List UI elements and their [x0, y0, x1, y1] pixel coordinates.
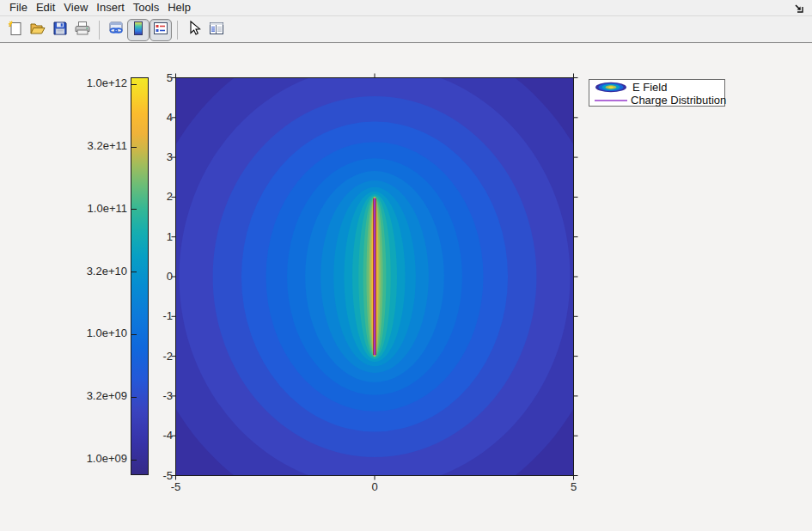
- contour-plot-axes[interactable]: [168, 70, 582, 484]
- legend-label: Charge Distribution: [631, 94, 726, 107]
- legend-entry-efield: E Field: [595, 81, 724, 94]
- legend-entry-charge: Charge Distribution: [595, 94, 724, 107]
- y-tick-label: 4: [150, 111, 173, 124]
- menu-tools[interactable]: Tools: [129, 0, 163, 15]
- link-plot-icon: [107, 20, 125, 40]
- new-figure-icon: [7, 20, 24, 40]
- x-tick-label: 5: [557, 480, 591, 493]
- figure-canvas: 1.0e+123.2e+111.0e+113.2e+101.0e+103.2e+…: [0, 44, 812, 531]
- colorbar-tick: [131, 147, 137, 148]
- menu-bar: File Edit View Insert Tools Help: [0, 0, 812, 16]
- colorbar-tick: [131, 209, 137, 210]
- menu-edit[interactable]: Edit: [32, 0, 59, 15]
- property-editor-button[interactable]: [205, 19, 228, 41]
- colorbar-tick: [131, 84, 137, 85]
- colorbar-tick-label: 3.2e+10: [67, 265, 127, 278]
- open-file-button[interactable]: [27, 19, 49, 41]
- contour-patch-icon: [595, 82, 629, 93]
- y-tick-label: 3: [150, 150, 173, 163]
- property-editor-icon: [208, 20, 225, 40]
- toolbar-separator: [99, 21, 100, 40]
- y-tick-label: -4: [150, 429, 173, 442]
- colorbar-tick-label: 1.0e+12: [67, 76, 127, 89]
- insert-colorbar-icon: [130, 20, 147, 40]
- print-figure-icon: [74, 20, 91, 40]
- colorbar-tick-label: 1.0e+09: [67, 452, 127, 465]
- colorbar-tick-label: 1.0e+10: [67, 327, 127, 339]
- link-plot-button[interactable]: [105, 19, 127, 41]
- colorbar-tick: [131, 397, 137, 398]
- colorbar: [131, 77, 149, 475]
- save-figure-icon: [52, 20, 69, 40]
- colorbar-tick-label: 3.2e+11: [67, 139, 127, 152]
- colorbar-tick: [131, 460, 137, 461]
- menu-file[interactable]: File: [5, 0, 32, 15]
- menu-view[interactable]: View: [59, 0, 92, 15]
- y-tick-label: 2: [150, 190, 173, 203]
- edit-plot-button[interactable]: [183, 19, 205, 41]
- insert-legend-icon: [152, 20, 169, 40]
- cursor-arrow-icon: [186, 20, 203, 40]
- line-sample-icon: [595, 100, 627, 101]
- figure-toolbar: [0, 17, 812, 43]
- save-figure-button[interactable]: [49, 19, 71, 41]
- colorbar-tick: [131, 334, 137, 335]
- y-tick-label: -3: [150, 389, 173, 402]
- y-tick-label: 1: [150, 230, 173, 243]
- x-tick-label: 0: [357, 480, 392, 493]
- x-tick-label: -5: [159, 480, 193, 493]
- colorbar-tick-label: 3.2e+09: [67, 389, 127, 402]
- y-tick-label: -2: [150, 350, 173, 363]
- new-figure-button[interactable]: [4, 19, 27, 41]
- y-tick-label: 5: [150, 71, 173, 84]
- legend-label: E Field: [632, 81, 667, 94]
- y-tick-label: 0: [150, 270, 173, 283]
- menu-insert[interactable]: Insert: [92, 0, 129, 15]
- toolbar-separator: [177, 21, 178, 40]
- print-figure-button[interactable]: [71, 19, 94, 41]
- menu-help[interactable]: Help: [163, 0, 195, 15]
- legend[interactable]: E Field Charge Distribution: [589, 79, 725, 107]
- y-tick-label: -5: [150, 469, 173, 482]
- open-file-icon: [29, 20, 46, 40]
- dock-figure-icon[interactable]: [793, 3, 805, 15]
- colorbar-tick: [131, 272, 137, 272]
- insert-colorbar-button[interactable]: [127, 19, 150, 41]
- y-tick-label: -1: [150, 309, 173, 322]
- insert-legend-button[interactable]: [150, 19, 172, 41]
- colorbar-tick-label: 1.0e+11: [67, 202, 127, 215]
